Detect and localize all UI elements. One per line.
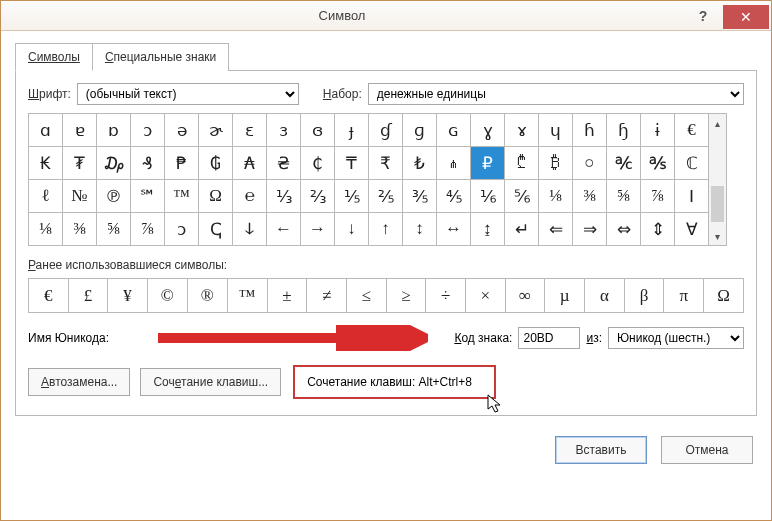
symbol-cell[interactable]: ⅞ bbox=[641, 180, 675, 213]
symbol-cell[interactable]: ⇒ bbox=[573, 213, 607, 246]
font-select[interactable]: (обычный текст) bbox=[77, 83, 299, 105]
symbol-cell[interactable]: ○ bbox=[573, 147, 607, 180]
symbol-cell[interactable]: ₯ bbox=[97, 147, 131, 180]
symbol-cell[interactable]: ɚ bbox=[199, 114, 233, 147]
symbol-cell[interactable]: ɥ bbox=[539, 114, 573, 147]
recent-symbol-cell[interactable]: β bbox=[624, 279, 664, 313]
help-button[interactable]: ? bbox=[683, 4, 723, 28]
symbol-cell[interactable]: ⅛ bbox=[539, 180, 573, 213]
scrollbar[interactable]: ▴ ▾ bbox=[709, 113, 727, 246]
symbol-cell[interactable]: ɞ bbox=[301, 114, 335, 147]
close-button[interactable]: ✕ bbox=[723, 5, 769, 29]
symbol-cell[interactable]: ↵ bbox=[505, 213, 539, 246]
symbol-cell[interactable]: ↕ bbox=[403, 213, 437, 246]
from-select[interactable]: Юникод (шестн.) bbox=[608, 327, 744, 349]
symbol-cell[interactable]: ↨ bbox=[471, 213, 505, 246]
recent-symbol-cell[interactable]: π bbox=[664, 279, 704, 313]
symbol-cell[interactable]: ← bbox=[267, 213, 301, 246]
symbol-cell[interactable]: ₵ bbox=[301, 147, 335, 180]
tab-special[interactable]: Специальные знаки bbox=[93, 43, 229, 71]
symbol-cell[interactable]: ₼ bbox=[437, 147, 471, 180]
symbol-cell[interactable]: ↑ bbox=[369, 213, 403, 246]
recent-symbol-cell[interactable]: ™ bbox=[227, 279, 267, 313]
symbol-cell[interactable]: ↅ bbox=[199, 213, 233, 246]
autocorrect-button[interactable]: Автозамена... bbox=[28, 368, 130, 396]
recent-symbol-cell[interactable]: α bbox=[585, 279, 625, 313]
scroll-down-icon[interactable]: ▾ bbox=[709, 227, 726, 245]
recent-symbol-cell[interactable]: © bbox=[147, 279, 187, 313]
symbol-cell[interactable]: ₭ bbox=[29, 147, 63, 180]
recent-symbol-cell[interactable]: × bbox=[465, 279, 505, 313]
symbol-cell[interactable]: ɤ bbox=[505, 114, 539, 147]
symbol-cell[interactable]: Ω bbox=[199, 180, 233, 213]
symbol-cell[interactable]: ⅜ bbox=[573, 180, 607, 213]
symbol-cell[interactable]: ɢ bbox=[437, 114, 471, 147]
symbol-cell[interactable]: ↓ bbox=[335, 213, 369, 246]
symbol-cell[interactable]: ₮ bbox=[63, 147, 97, 180]
symbol-cell[interactable]: ⇐ bbox=[539, 213, 573, 246]
symbol-cell[interactable]: ₳ bbox=[233, 147, 267, 180]
symbol-cell[interactable]: ɐ bbox=[63, 114, 97, 147]
symbol-cell[interactable]: ⅞ bbox=[131, 213, 165, 246]
symbol-cell[interactable]: ₰ bbox=[131, 147, 165, 180]
symbol-cell[interactable]: ₹ bbox=[369, 147, 403, 180]
symbol-cell[interactable]: ℁ bbox=[641, 147, 675, 180]
symbol-cell[interactable]: ⅛ bbox=[29, 213, 63, 246]
symbol-cell[interactable]: ə bbox=[165, 114, 199, 147]
symbol-cell[interactable]: ɟ bbox=[335, 114, 369, 147]
recent-symbol-cell[interactable]: € bbox=[29, 279, 69, 313]
symbol-cell[interactable]: ⅝ bbox=[607, 180, 641, 213]
symbol-cell[interactable]: ₱ bbox=[165, 147, 199, 180]
symbol-cell[interactable]: ɔ bbox=[131, 114, 165, 147]
recent-symbol-cell[interactable]: £ bbox=[68, 279, 108, 313]
symbol-cell[interactable]: ₽ bbox=[471, 147, 505, 180]
recent-symbol-cell[interactable]: ≠ bbox=[307, 279, 347, 313]
recent-symbol-cell[interactable]: ¥ bbox=[108, 279, 148, 313]
symbol-cell[interactable]: ɡ bbox=[403, 114, 437, 147]
shortcut-button[interactable]: Сочетание клавиш... bbox=[140, 368, 281, 396]
symbol-cell[interactable]: ∀ bbox=[675, 213, 709, 246]
symbol-cell[interactable]: € bbox=[675, 114, 709, 147]
symbol-cell[interactable]: ɨ bbox=[641, 114, 675, 147]
symbol-cell[interactable]: ɠ bbox=[369, 114, 403, 147]
symbol-cell[interactable]: ℂ bbox=[675, 147, 709, 180]
scroll-up-icon[interactable]: ▴ bbox=[709, 114, 726, 132]
symbol-cell[interactable]: ℀ bbox=[607, 147, 641, 180]
symbol-cell[interactable]: ℗ bbox=[97, 180, 131, 213]
scroll-track[interactable] bbox=[709, 132, 726, 227]
recent-symbol-cell[interactable]: ± bbox=[267, 279, 307, 313]
tab-symbols[interactable]: Символы bbox=[15, 43, 93, 71]
symbol-cell[interactable]: ℓ bbox=[29, 180, 63, 213]
recent-symbol-cell[interactable]: Ω bbox=[704, 279, 744, 313]
symbol-cell[interactable]: ⅕ bbox=[335, 180, 369, 213]
symbol-cell[interactable]: ℠ bbox=[131, 180, 165, 213]
symbol-cell[interactable]: ₾ bbox=[505, 147, 539, 180]
symbol-cell[interactable]: Ⅰ bbox=[675, 180, 709, 213]
recent-symbol-cell[interactable]: ≥ bbox=[386, 279, 426, 313]
symbol-cell[interactable]: ™ bbox=[165, 180, 199, 213]
recent-symbol-cell[interactable]: ≤ bbox=[346, 279, 386, 313]
symbol-cell[interactable]: ↆ bbox=[233, 213, 267, 246]
recent-symbol-cell[interactable]: ÷ bbox=[426, 279, 466, 313]
symbol-cell[interactable]: ↔ bbox=[437, 213, 471, 246]
symbol-cell[interactable]: ɛ bbox=[233, 114, 267, 147]
symbol-cell[interactable]: ⅝ bbox=[97, 213, 131, 246]
symbol-cell[interactable]: № bbox=[63, 180, 97, 213]
symbol-cell[interactable]: ₲ bbox=[199, 147, 233, 180]
symbol-cell[interactable]: ⅙ bbox=[471, 180, 505, 213]
recent-symbol-cell[interactable]: ∞ bbox=[505, 279, 545, 313]
symbol-cell[interactable]: ɜ bbox=[267, 114, 301, 147]
insert-button[interactable]: Вставить bbox=[555, 436, 647, 464]
symbol-cell[interactable]: ⅜ bbox=[63, 213, 97, 246]
symbol-cell[interactable]: ⅗ bbox=[403, 180, 437, 213]
recent-symbol-cell[interactable]: µ bbox=[545, 279, 585, 313]
symbol-cell[interactable]: ⅚ bbox=[505, 180, 539, 213]
symbol-cell[interactable]: ɑ bbox=[29, 114, 63, 147]
symbol-cell[interactable]: ⅓ bbox=[267, 180, 301, 213]
symbol-cell[interactable]: ↄ bbox=[165, 213, 199, 246]
symbol-cell[interactable]: ɧ bbox=[607, 114, 641, 147]
symbol-cell[interactable]: ₸ bbox=[335, 147, 369, 180]
symbol-cell[interactable]: ɦ bbox=[573, 114, 607, 147]
symbol-cell[interactable]: ⅘ bbox=[437, 180, 471, 213]
symbol-cell[interactable]: ₿ bbox=[539, 147, 573, 180]
